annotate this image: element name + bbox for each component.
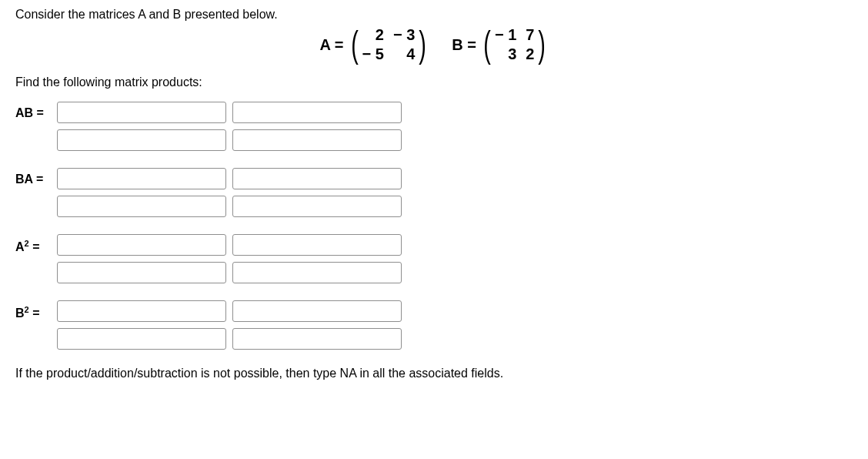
product-a2: A2 = [15,234,853,283]
matrix-a-r1c1: 2 [362,26,384,44]
right-paren-icon: ) [539,26,546,63]
ba-r1c1-input[interactable] [57,168,226,189]
right-paren-icon: ) [419,26,426,63]
b2-r2c2-input[interactable] [232,328,402,350]
product-b2-label: B2 = [15,300,57,320]
product-ba-label: BA = [15,168,57,186]
left-paren-icon: ( [483,26,491,63]
a2-r2c1-input[interactable] [57,262,226,283]
footer-note: If the product/addition/subtraction is n… [15,367,853,380]
matrix-definitions: A = ( 2 − 3 − 5 4 ) B = ( − 1 7 3 2 ) [15,26,853,63]
matrix-b-r2c2: 2 [526,45,534,63]
matrix-b-r1c2: 7 [526,26,534,44]
ba-r2c2-input[interactable] [232,196,402,217]
left-paren-icon: ( [351,26,359,63]
a2-r2c2-input[interactable] [232,262,402,283]
product-b2: B2 = [15,300,853,350]
product-ab: AB = [15,102,853,151]
ba-r2c1-input[interactable] [57,196,226,217]
matrix-a-label: A = [320,36,344,54]
a2-r1c2-input[interactable] [232,234,402,256]
subhead-text: Find the following matrix products: [15,75,853,89]
matrix-a-r2c1: − 5 [362,45,384,63]
product-ba: BA = [15,168,853,217]
matrix-b-label: B = [452,36,476,54]
matrix-a-r1c2: − 3 [393,26,415,44]
ab-r1c1-input[interactable] [57,102,226,123]
b2-r1c2-input[interactable] [232,300,402,322]
ab-r2c1-input[interactable] [57,129,226,151]
ab-r1c2-input[interactable] [232,102,402,123]
matrix-a: A = ( 2 − 3 − 5 4 ) [320,26,429,63]
matrix-b-r1c1: − 1 [495,26,516,44]
b2-r2c1-input[interactable] [57,328,226,350]
matrix-a-r2c2: 4 [393,45,415,63]
ba-r1c2-input[interactable] [232,168,402,189]
product-ab-label: AB = [15,102,57,120]
b2-r1c1-input[interactable] [57,300,226,322]
matrix-b-r2c1: 3 [495,45,516,63]
intro-text: Consider the matrices A and B presented … [15,8,853,22]
product-a2-label: A2 = [15,234,57,254]
matrix-b: B = ( − 1 7 3 2 ) [452,26,548,63]
ab-r2c2-input[interactable] [232,129,402,151]
a2-r1c1-input[interactable] [57,234,226,256]
